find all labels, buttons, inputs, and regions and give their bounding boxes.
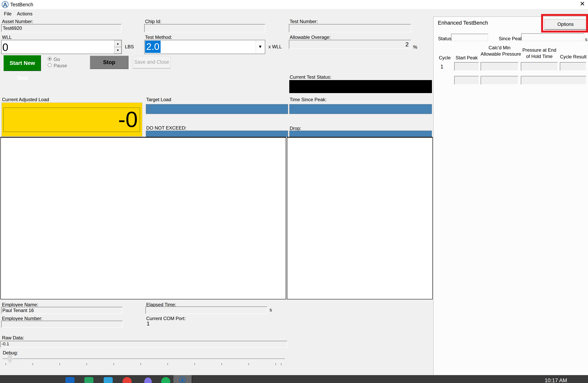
pause-radio-label: Pause — [54, 63, 67, 68]
status-field — [451, 34, 488, 41]
window-title: TestBench — [10, 2, 33, 7]
do-not-exceed-bar — [146, 131, 288, 137]
since-peak-field — [521, 33, 584, 41]
raw-data-label: Raw Data: — [2, 335, 24, 340]
elapsed-time-field[interactable] — [146, 307, 267, 314]
current-test-status-display — [289, 80, 432, 93]
go-radio-label: Go — [54, 57, 60, 62]
allowable-overage-field[interactable]: 2 — [289, 40, 411, 49]
target-load-label: Target Load — [146, 97, 171, 102]
current-adjusted-load-value: -0 — [3, 108, 140, 132]
options-button[interactable]: Options — [545, 19, 587, 30]
cycle-result-field — [560, 62, 586, 71]
debug-slider-track — [3, 359, 285, 359]
time-since-peak-label: Time Since Peak: — [290, 97, 327, 102]
close-icon[interactable]: ✕ — [580, 1, 585, 6]
target-load-bar — [146, 104, 288, 114]
save-and-close-button[interactable]: Save and Close — [133, 56, 171, 69]
asset-number-field[interactable]: Test6920 — [1, 24, 121, 32]
wll-spin-up-icon[interactable]: ▲ — [114, 40, 121, 47]
asset-number-label: Asset Number: — [2, 19, 33, 24]
cycle-number: 1 — [441, 64, 443, 69]
menu-bar: File Actions — [0, 9, 588, 17]
taskbar-app2-icon[interactable] — [84, 377, 93, 383]
stop-button[interactable]: Stop — [90, 56, 128, 69]
col-header-calcd-min-line2: Allowable Pressure — [481, 51, 518, 57]
employee-name-label: Employee Name: — [2, 302, 38, 307]
taskbar-separator — [192, 376, 193, 383]
taskbar-testbench-icon — [178, 377, 187, 383]
load-chart-panel — [0, 137, 286, 299]
taskbar-app5-icon[interactable] — [144, 378, 152, 383]
raw-data-field: -0.1 — [0, 341, 287, 347]
go-radio[interactable] — [48, 57, 52, 61]
since-peak-label: Since Peak: — [499, 36, 524, 41]
test-method-label: Test Method: — [145, 35, 172, 40]
testbench-window: TestBench ✕ File Actions Asset Number: T… — [0, 0, 588, 383]
allowable-overage-unit-label: % — [413, 45, 417, 50]
pressure-end-field — [521, 62, 558, 71]
elapsed-time-unit-label: s — [270, 307, 272, 312]
calcd-min-field — [481, 62, 518, 71]
col-header-cycle-result: Cycle Result — [560, 54, 587, 59]
drop-label: Drop: — [290, 126, 301, 131]
col-header-cycle: Cycle — [438, 55, 452, 60]
debug-slider-thumb[interactable] — [8, 355, 12, 363]
taskbar-app3-icon[interactable] — [104, 377, 113, 383]
col-header-pressure-line1: Pressure at End — [521, 47, 558, 53]
pressure-end-wide-field — [521, 76, 587, 85]
test-number-field[interactable] — [289, 24, 411, 32]
taskbar-app4-icon[interactable] — [123, 377, 132, 383]
employee-name-field[interactable]: Paul Tenant 16 — [1, 307, 123, 314]
test-number-label: Test Number: — [290, 19, 318, 24]
chip-id-field[interactable] — [144, 24, 265, 32]
com-port-label: Current COM Port: — [146, 316, 186, 321]
taskbar: 10:17 AM — [0, 375, 588, 383]
taskbar-clock[interactable]: 10:17 AM — [545, 378, 567, 383]
since-peak-unit-label: s — [585, 37, 588, 42]
start-peak-field — [454, 76, 479, 85]
drop-bar — [289, 131, 432, 137]
col-header-start-peak: Start Peak — [454, 55, 479, 60]
chevron-down-icon[interactable]: ▼ — [256, 41, 264, 53]
test-method-unit-label: x WLL — [268, 44, 282, 49]
col-header-pressure-line2: of Hold Time — [521, 54, 558, 59]
status-label: Status: — [438, 36, 453, 41]
time-since-peak-bar — [289, 104, 432, 114]
start-peak-field — [454, 62, 479, 71]
taskbar-app1-icon[interactable] — [65, 377, 74, 383]
test-method-selected-value: 2.0 — [145, 41, 161, 53]
col-header-calcd-min-line1: Calc'd Min — [481, 45, 518, 50]
title-bar: TestBench ✕ — [0, 0, 588, 9]
pause-radio[interactable] — [48, 63, 52, 67]
current-adjusted-load-display: -0 — [1, 103, 142, 136]
wll-unit-label: LBS — [125, 44, 134, 49]
allowable-overage-label: Allowable Overage: — [290, 35, 331, 40]
chip-id-label: Chip Id: — [145, 19, 161, 24]
current-test-status-label: Current Test Status: — [290, 75, 332, 80]
enhanced-testbench-panel: Enhanced TestBench Options Status: Since… — [433, 17, 588, 375]
secondary-chart-panel — [287, 137, 433, 299]
test-method-combobox[interactable]: 2.0 ▼ — [144, 40, 265, 54]
employee-number-label: Employee Number: — [2, 316, 42, 321]
wll-label: WLL — [2, 35, 12, 40]
wll-spin-down-icon[interactable]: ▼ — [114, 47, 121, 54]
menu-actions[interactable]: Actions — [15, 11, 34, 17]
wll-stepper[interactable]: 0 ▲ ▼ — [1, 40, 122, 54]
calcd-min-field — [481, 76, 518, 85]
app-logo-icon — [1, 1, 9, 8]
do-not-exceed-label: DO NOT EXCEED: — [146, 125, 187, 131]
com-port-value: 1 — [147, 321, 150, 326]
employee-number-field[interactable] — [1, 321, 123, 328]
current-adjusted-load-label: Current Adjusted Load — [2, 97, 49, 102]
menu-file[interactable]: File — [2, 11, 13, 17]
enhanced-testbench-title: Enhanced TestBench — [438, 20, 488, 25]
taskbar-active-app-button[interactable] — [173, 375, 191, 383]
start-new-test-button[interactable]: Start New Test — [3, 55, 41, 71]
taskbar-app6-icon[interactable] — [161, 377, 170, 383]
wll-value: 0 — [2, 41, 8, 53]
